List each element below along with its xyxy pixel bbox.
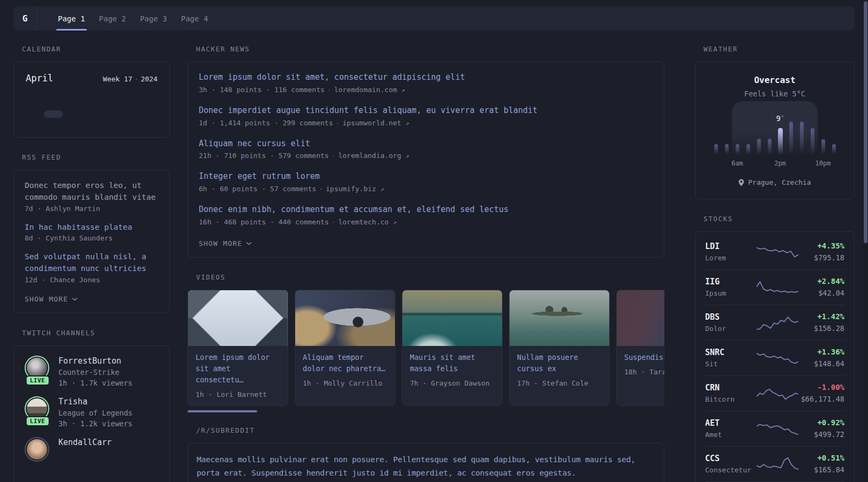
video-thumbnail[interactable]	[510, 290, 609, 346]
weather-hour-slot	[710, 119, 721, 155]
right-column: WEATHER Overcast Feels like 5°C 9° 6am	[695, 45, 855, 482]
rss-show-more-button[interactable]: SHOW MORE	[25, 295, 78, 303]
hackernews-item-domain[interactable]: loremtech.co ↗	[338, 218, 396, 226]
stock-sparkline	[757, 384, 798, 402]
twitch-channel-game: Counter-Strike	[58, 368, 132, 376]
rss-list: Donec tempor eros leo, ut commodo mauris…	[25, 180, 159, 284]
video-title[interactable]: Suspendisse diam	[624, 352, 664, 363]
hackernews-item-title[interactable]: Aliquam nec cursus elit	[199, 138, 653, 150]
rss-item: In hac habitasse platea 8d · Cynthia Sau…	[25, 222, 159, 243]
left-column: CALENDAR April Week 17·2024 RSS FEED Don…	[13, 45, 170, 482]
external-link-icon: ↗	[406, 119, 409, 127]
stock-name: Lorem	[705, 254, 757, 262]
hackernews-item-title[interactable]: Lorem ipsum dolor sit amet, consectetur …	[199, 72, 653, 84]
subreddit-section-label: /R/SUBREDDIT	[196, 426, 664, 434]
video-card[interactable]: Suspendisse diam 18h · Tara	[616, 290, 664, 406]
weather-hour-label: 2pm	[774, 160, 786, 167]
video-thumbnail[interactable]	[617, 290, 664, 346]
weather-hour-slot: 10pm	[818, 119, 828, 155]
video-title[interactable]: Aliquam tempor dolor nec pharetra…	[303, 352, 387, 374]
weather-hour-slot	[785, 119, 796, 155]
video-carousel[interactable]: Lorem ipsum dolor sit amet consectetu… 1…	[188, 290, 664, 406]
calendar-section: CALENDAR April Week 17·2024	[13, 45, 170, 138]
twitch-card: LIVE ForrestBurton Counter-Strike 1h · 1…	[13, 345, 170, 482]
hackernews-item-meta: 3h · 148 points · 116 comments·loremdoma…	[199, 86, 653, 94]
hackernews-show-more-button[interactable]: SHOW MORE	[199, 239, 252, 247]
twitch-avatar	[25, 437, 50, 466]
rss-item: Sed volutpat nulla nisl, a condimentum n…	[25, 251, 159, 284]
video-card[interactable]: Lorem ipsum dolor sit amet consectetu… 1…	[188, 290, 288, 406]
hackernews-item-title[interactable]: Donec imperdiet augue tincidunt felis al…	[199, 105, 653, 117]
twitch-avatar: LIVE	[25, 396, 50, 425]
video-title[interactable]: Nullam posuere cursus ex	[517, 352, 602, 374]
live-badge: LIVE	[26, 375, 50, 386]
video-card[interactable]: Mauris sit amet massa felis 7h · Grayson…	[402, 290, 503, 406]
stock-ticker: SNRC	[705, 348, 757, 357]
twitch-channel-name[interactable]: KendallCarr	[58, 438, 111, 447]
page-scrollbar-thumb[interactable]	[864, 1, 867, 243]
hackernews-item-title[interactable]: Donec enim nibh, condimentum et accumsan…	[199, 204, 653, 216]
weather-condition: Overcast	[707, 75, 842, 85]
chevron-down-icon	[72, 297, 78, 301]
calendar-day	[101, 110, 121, 118]
stocks-section: STOCKS LDI Lorem +4.35% $795.18 IIG Ipsu…	[695, 215, 855, 482]
hackernews-item-domain[interactable]: loremlandia.org ↗	[338, 152, 409, 160]
video-meta: 1h · Lori Barnett	[196, 390, 280, 398]
weather-hour-slot	[721, 119, 732, 155]
stock-row: AET Amet +0.92% $499.72	[705, 411, 844, 446]
nav-tab[interactable]: Page 3	[133, 6, 174, 31]
stock-name: Amet	[705, 431, 757, 439]
hackernews-list: Lorem ipsum dolor sit amet, consectetur …	[199, 72, 653, 226]
hackernews-item-domain[interactable]: ipsumworld.net ↗	[342, 119, 409, 127]
nav-tab[interactable]: Page 1	[51, 6, 92, 31]
video-card[interactable]: Aliquam tempor dolor nec pharetra… 1h · …	[295, 290, 395, 406]
twitch-channel-name[interactable]: Trisha	[58, 397, 132, 406]
weather-temp-bar	[725, 144, 729, 155]
weather-current-temp: 9°	[776, 114, 784, 123]
page-scrollbar[interactable]	[863, 0, 868, 482]
twitch-channel-name[interactable]: ForrestBurton	[58, 356, 132, 366]
subreddit-post-title[interactable]: Maecenas mollis pulvinar erat non posuer…	[197, 453, 655, 480]
weather-hour-slot	[807, 119, 818, 155]
calendar-day	[44, 101, 63, 108]
video-thumbnail[interactable]	[295, 290, 395, 346]
hackernews-item-domain[interactable]: loremdomain.com ↗	[334, 86, 405, 94]
weather-section-label: WEATHER	[704, 45, 855, 53]
hackernews-item-meta: 6h · 60 points · 57 comments·ipsumify.bi…	[199, 185, 653, 193]
app-logo[interactable]: G	[13, 6, 37, 31]
middle-column: HACKER NEWS Lorem ipsum dolor sit amet, …	[188, 45, 664, 482]
video-thumbnail[interactable]	[402, 290, 502, 346]
carousel-scrollbar[interactable]	[188, 410, 257, 412]
weather-hour-slot: 2pm	[775, 119, 785, 155]
twitch-channel-row[interactable]: LIVE Trisha League of Legends 3h · 1.2k …	[25, 396, 159, 428]
rss-item-title[interactable]: Donec tempor eros leo, ut commodo mauris…	[25, 180, 159, 204]
video-meta: 7h · Grayson Dawson	[410, 379, 495, 387]
rss-item-title[interactable]: In hac habitasse platea	[25, 222, 159, 234]
stock-price: $795.18	[798, 253, 844, 262]
stock-ticker: IIG	[705, 277, 757, 287]
video-card[interactable]: Nullam posuere cursus ex 17h · Stefan Co…	[509, 290, 610, 406]
calendar-day	[44, 120, 63, 127]
rss-item-title[interactable]: Sed volutpat nulla nisl, a condimentum n…	[25, 251, 159, 275]
hackernews-item-domain[interactable]: ipsumify.biz ↗	[326, 185, 384, 193]
video-title[interactable]: Lorem ipsum dolor sit amet consectetu…	[196, 352, 280, 386]
calendar-day	[82, 120, 101, 127]
stock-row: DBS Dolor +1.42% $156.28	[705, 305, 844, 340]
stock-price: $148.64	[798, 359, 844, 368]
video-thumbnail[interactable]	[188, 290, 288, 346]
calendar-section-label: CALENDAR	[22, 45, 170, 53]
twitch-channel-row[interactable]: LIVE ForrestBurton Counter-Strike 1h · 1…	[25, 356, 159, 387]
nav-tab[interactable]: Page 4	[174, 6, 215, 31]
nav-tab[interactable]: Page 2	[92, 6, 133, 31]
video-title[interactable]: Mauris sit amet massa felis	[410, 352, 495, 374]
weather-temp-bar	[768, 139, 772, 155]
rss-section-label: RSS FEED	[22, 153, 170, 161]
weather-hour-label: 6am	[731, 160, 743, 167]
chevron-down-icon	[246, 242, 252, 245]
subreddit-section: /R/SUBREDDIT Maecenas mollis pulvinar er…	[188, 426, 664, 482]
twitch-channel-row[interactable]: KendallCarr	[25, 437, 159, 466]
calendar-month: April	[26, 73, 53, 84]
hackernews-item-title[interactable]: Integer eget rutrum lorem	[199, 171, 653, 183]
weather-location: Prague, Czechia	[738, 178, 811, 186]
calendar-day	[101, 120, 121, 127]
